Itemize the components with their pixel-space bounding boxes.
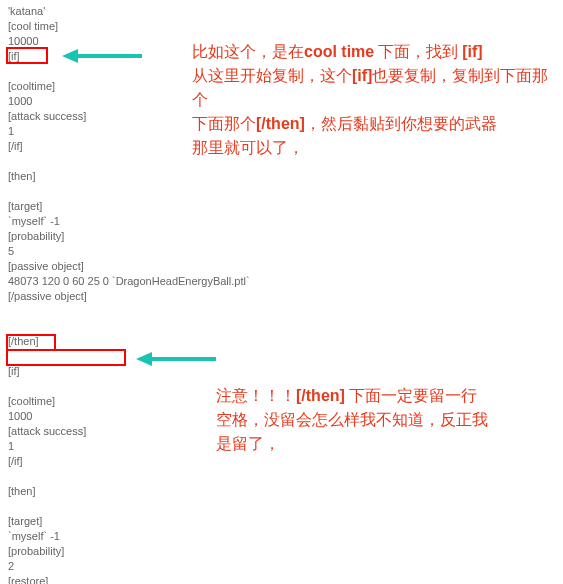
code-line (8, 319, 250, 334)
code-line: [cooltime] (8, 394, 250, 409)
highlight-if-box (6, 47, 48, 64)
highlight-blank-line-box (6, 349, 126, 366)
code-line: [probability] (8, 544, 250, 559)
code-line: `myself` -1 (8, 214, 250, 229)
code-line: [/passive object] (8, 289, 250, 304)
arrow-to-if (62, 45, 142, 67)
code-line (8, 304, 250, 319)
code-line: 'katana' (8, 4, 250, 19)
code-line: [cool time] (8, 19, 250, 34)
keyword-if: [if] (462, 43, 482, 60)
note1-text: ，然后黏贴到你想要的武器 (305, 115, 497, 132)
arrow-to-blank-line (136, 348, 216, 370)
code-line: [target] (8, 199, 250, 214)
code-line: `myself` -1 (8, 529, 250, 544)
note2-text: 空格，没留会怎么样我不知道，反正我 (216, 411, 488, 428)
note1-text: 下面，找到 (374, 43, 462, 60)
code-line: 5 (8, 244, 250, 259)
note1-text: 比如这个，是在 (192, 43, 304, 60)
code-line: 1 (8, 439, 250, 454)
code-line: [target] (8, 514, 250, 529)
note1-text: 从这里开始复制，这个 (192, 67, 352, 84)
code-line: [then] (8, 169, 250, 184)
code-line: 48073 120 0 60 25 0 `DragonHeadEnergyBal… (8, 274, 250, 289)
annotation-note-2: 注意！！！[/then] 下面一定要留一行 空格，没留会怎么样我不知道，反正我 … (216, 384, 562, 456)
code-line: [attack success] (8, 424, 250, 439)
code-line: [passive object] (8, 259, 250, 274)
code-line: [then] (8, 484, 250, 499)
code-line (8, 379, 250, 394)
note1-text: 那里就可以了， (192, 139, 304, 156)
note2-text: 注意！！！ (216, 387, 296, 404)
keyword-then-close: [/then] (296, 387, 345, 404)
code-line: 1000 (8, 409, 250, 424)
keyword-then-close: [/then] (256, 115, 305, 132)
note2-text: 下面一定要留一行 (345, 387, 477, 404)
note2-text: 是留了， (216, 435, 280, 452)
note1-text: 下面那个 (192, 115, 256, 132)
code-line (8, 499, 250, 514)
code-line: 2 (8, 559, 250, 574)
code-line: [/if] (8, 454, 250, 469)
code-line: [probability] (8, 229, 250, 244)
code-line: [restore] (8, 574, 250, 584)
code-line (8, 184, 250, 199)
code-line (8, 469, 250, 484)
keyword-cool-time: cool time (304, 43, 374, 60)
keyword-if: [if] (352, 67, 372, 84)
annotation-note-1: 比如这个，是在cool time 下面，找到 [if] 从这里开始复制，这个[i… (192, 40, 562, 160)
